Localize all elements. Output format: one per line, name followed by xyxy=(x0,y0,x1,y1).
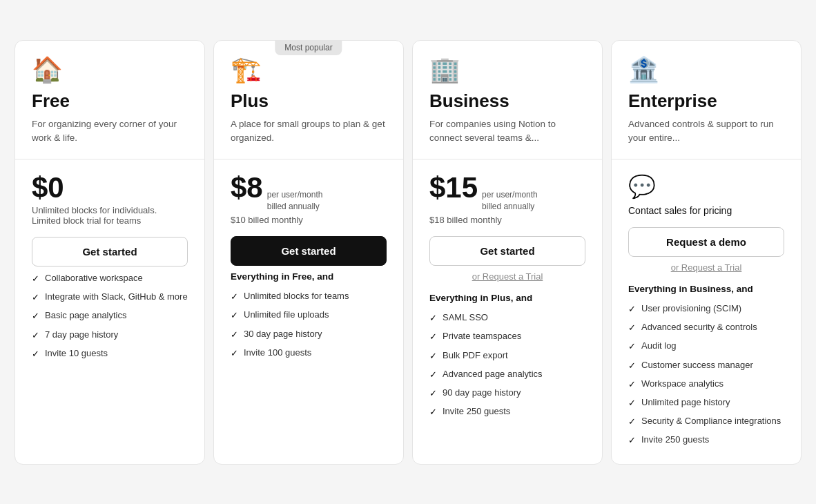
feature-text: Private teamspaces xyxy=(443,330,521,342)
feature-text: Advanced page analytics xyxy=(443,368,543,380)
plan-name: Free xyxy=(32,90,188,112)
feature-text: Basic page analytics xyxy=(45,309,127,322)
feature-item: ✓ Collaborative workspace xyxy=(32,272,188,285)
feature-text: Audit log xyxy=(641,340,677,352)
check-icon: ✓ xyxy=(32,291,39,304)
check-icon: ✓ xyxy=(628,416,636,428)
features-header: Everything in Plus, and xyxy=(429,293,585,303)
check-icon: ✓ xyxy=(628,360,636,372)
price-billed: Unlimited blocks for individuals. Limite… xyxy=(32,205,188,226)
feature-item: ✓ 7 day page history xyxy=(32,329,188,342)
feature-item: ✓ Integrate with Slack, GitHub & more xyxy=(32,291,188,304)
feature-text: Unlimited blocks for teams xyxy=(244,290,349,302)
feature-text: Invite 100 guests xyxy=(244,347,311,359)
feature-text: Integrate with Slack, GitHub & more xyxy=(45,291,188,303)
features-header: Everything in Business, and xyxy=(628,284,784,294)
pricing-grid: 🏠 Free For organizing every corner of yo… xyxy=(14,40,802,465)
feature-text: Workspace analytics xyxy=(641,378,723,390)
plan-icon-enterprise: 🏦 xyxy=(628,57,784,82)
feature-item: ✓ Customer success manager xyxy=(628,359,784,372)
cta-button-plus[interactable]: Get started xyxy=(231,236,387,266)
features-header: Everything in Free, and xyxy=(231,271,387,282)
check-icon: ✓ xyxy=(32,310,39,322)
feature-item: ✓ Private teamspaces xyxy=(429,330,585,343)
plan-description: A place for small groups to plan & get o… xyxy=(231,117,387,146)
feature-text: Advanced security & controls xyxy=(641,321,757,333)
feature-text: Customer success manager xyxy=(641,359,753,371)
plan-icon-free: 🏠 xyxy=(32,57,188,82)
plan-card-free: 🏠 Free For organizing every corner of yo… xyxy=(14,40,205,465)
plan-card-bottom-plus: $8 per user/monthbilled annually $10 bil… xyxy=(214,159,403,464)
plan-description: For companies using Notion to connect se… xyxy=(429,117,585,146)
feature-text: User provisioning (SCIM) xyxy=(641,302,741,315)
plan-card-business: 🏢 Business For companies using Notion to… xyxy=(412,40,603,465)
feature-text: 90 day page history xyxy=(443,387,521,399)
price-per: billed annually xyxy=(267,202,323,213)
feature-text: Invite 10 guests xyxy=(45,347,108,360)
cta-button-business[interactable]: Get started xyxy=(429,236,585,266)
check-icon: ✓ xyxy=(628,340,636,353)
plan-card-enterprise: 🏦 Enterprise Advanced controls & support… xyxy=(611,40,802,465)
enterprise-chat-icon: 💬 xyxy=(628,173,784,200)
plan-card-top-plus: 🏗️ Plus A place for small groups to plan… xyxy=(214,41,403,160)
check-icon: ✓ xyxy=(628,434,636,447)
plan-card-top-business: 🏢 Business For companies using Notion to… xyxy=(413,41,602,160)
check-icon: ✓ xyxy=(628,322,636,334)
feature-text: SAML SSO xyxy=(443,311,488,324)
feature-item: ✓ Invite 10 guests xyxy=(32,347,188,360)
price-amount: $15 xyxy=(429,173,478,202)
check-icon: ✓ xyxy=(429,369,437,381)
plan-icon-business: 🏢 xyxy=(429,57,585,82)
price-per: billed annually xyxy=(482,202,538,213)
feature-item: ✓ Invite 100 guests xyxy=(231,347,387,360)
check-icon: ✓ xyxy=(231,309,238,322)
feature-item: ✓ 30 day page history xyxy=(231,328,387,341)
price-section: $15 per user/monthbilled annually $18 bi… xyxy=(429,173,585,225)
feature-item: ✓ Workspace analytics xyxy=(628,378,784,391)
check-icon: ✓ xyxy=(231,291,238,303)
feature-item: ✓ Advanced page analytics xyxy=(429,368,585,381)
feature-item: ✓ Security & Compliance integrations xyxy=(628,415,784,428)
trial-link[interactable]: or Request a Trial xyxy=(429,271,585,282)
cta-button-free[interactable]: Get started xyxy=(32,237,188,266)
feature-list-enterprise: ✓ User provisioning (SCIM) ✓ Advanced se… xyxy=(628,302,784,447)
feature-item: ✓ Invite 250 guests xyxy=(429,405,585,418)
check-icon: ✓ xyxy=(429,406,437,418)
price-billed: $18 billed monthly xyxy=(429,215,585,225)
feature-item: ✓ Unlimited blocks for teams xyxy=(231,290,387,303)
feature-list-business: ✓ SAML SSO ✓ Private teamspaces ✓ Bulk P… xyxy=(429,311,585,418)
check-icon: ✓ xyxy=(429,312,437,324)
feature-item: ✓ Advanced security & controls xyxy=(628,321,784,334)
check-icon: ✓ xyxy=(628,303,636,316)
feature-item: ✓ User provisioning (SCIM) xyxy=(628,302,784,316)
plan-card-bottom-business: $15 per user/monthbilled annually $18 bi… xyxy=(413,159,602,464)
price-per: per user/month xyxy=(267,190,323,201)
feature-text: 7 day page history xyxy=(45,329,118,341)
check-icon: ✓ xyxy=(628,378,636,391)
feature-item: ✓ Audit log xyxy=(628,340,784,353)
plan-card-bottom-enterprise: 💬 Contact sales for pricing Request a de… xyxy=(612,159,801,464)
check-icon: ✓ xyxy=(429,387,437,400)
plan-card-top-enterprise: 🏦 Enterprise Advanced controls & support… xyxy=(612,41,801,160)
most-popular-badge: Most popular xyxy=(275,40,342,55)
plan-card-bottom-free: $0 Unlimited blocks for individuals. Lim… xyxy=(15,159,204,464)
feature-item: ✓ Unlimited file uploads xyxy=(231,309,387,322)
price-billed: $10 billed monthly xyxy=(231,215,387,225)
feature-text: Invite 250 guests xyxy=(443,405,510,418)
contact-sales-text: Contact sales for pricing xyxy=(628,205,784,216)
plan-description: Advanced controls & support to run your … xyxy=(628,117,784,146)
plan-card-top-free: 🏠 Free For organizing every corner of yo… xyxy=(15,41,204,160)
check-icon: ✓ xyxy=(32,329,39,342)
feature-text: Security & Compliance integrations xyxy=(641,415,781,427)
feature-text: Unlimited page history xyxy=(641,396,730,409)
feature-text: Bulk PDF export xyxy=(443,349,508,362)
trial-link[interactable]: or Request a Trial xyxy=(628,262,784,273)
check-icon: ✓ xyxy=(32,273,39,285)
check-icon: ✓ xyxy=(231,329,238,341)
plan-description: For organizing every corner of your work… xyxy=(32,117,188,146)
cta-button-enterprise[interactable]: Request a demo xyxy=(628,227,784,257)
feature-text: Collaborative workspace xyxy=(45,272,143,284)
feature-text: Unlimited file uploads xyxy=(244,309,329,321)
price-section: 💬 Contact sales for pricing xyxy=(628,173,784,216)
feature-item: ✓ Unlimited page history xyxy=(628,396,784,409)
